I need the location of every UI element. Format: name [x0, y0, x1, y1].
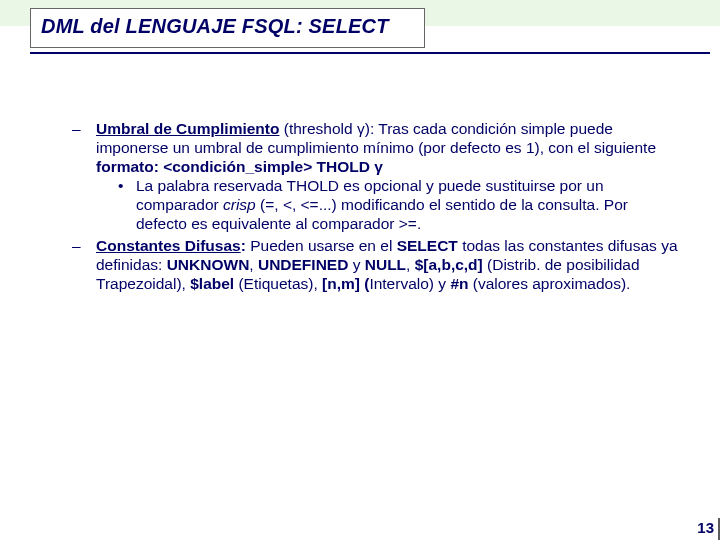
kw-unknown: UNKNOWN [167, 256, 250, 273]
kw-null: NULL [365, 256, 406, 273]
kw-trapezoid: $[a,b,c,d] [415, 256, 483, 273]
sep: y [348, 256, 364, 273]
kw-undefined: UNDEFINED [258, 256, 348, 273]
text-run: (Etiquetas), [234, 275, 322, 292]
text-run: Pueden usarse en el [250, 237, 397, 254]
title-box: DML del LENGUAJE FSQL: SELECT [30, 8, 425, 48]
after-term: (threshold γ): [279, 120, 378, 137]
kw-interval: [n,m] ( [322, 275, 369, 292]
term-constantes: Constantes Difusas [96, 237, 241, 254]
list-item: – Umbral de Cumplimiento (threshold γ): … [72, 120, 682, 233]
list-item: – Constantes Difusas: Pueden usarse en e… [72, 237, 682, 294]
sub-item: • La palabra reservada THOLD es opcional… [96, 177, 682, 234]
format-line: formato: <condición_simple> THOLD γ [96, 158, 383, 175]
title-underline [30, 52, 710, 54]
dash-bullet: – [72, 237, 81, 256]
slide-body: – Umbral de Cumplimiento (threshold γ): … [72, 120, 682, 298]
italic-crisp: crisp [223, 196, 256, 213]
sep: , [406, 256, 415, 273]
slide-title: DML del LENGUAJE FSQL: SELECT [41, 15, 389, 37]
kw-select: SELECT [397, 237, 458, 254]
term-umbral: Umbral de Cumplimiento [96, 120, 279, 137]
sep: , [249, 256, 258, 273]
page-number: 13 [697, 519, 714, 536]
dash-bullet: – [72, 120, 81, 139]
text-run: Intervalo) y [369, 275, 450, 292]
kw-hash-n: #n [450, 275, 468, 292]
colon: : [241, 237, 250, 254]
text-run: (valores aproximados). [468, 275, 630, 292]
dot-bullet: • [118, 177, 123, 196]
kw-label: $label [190, 275, 234, 292]
